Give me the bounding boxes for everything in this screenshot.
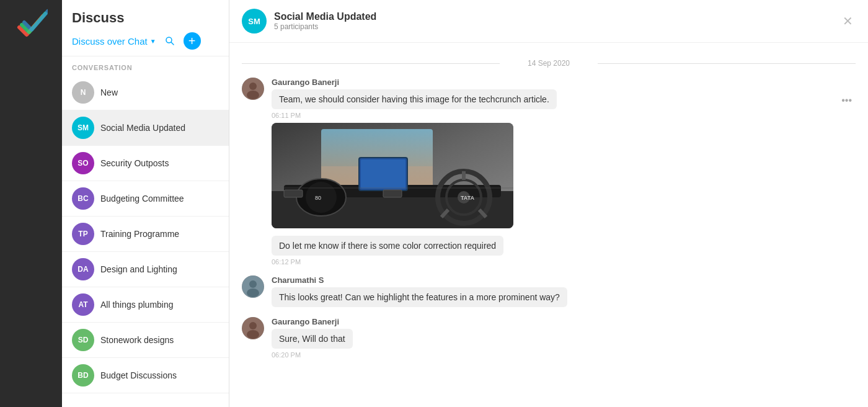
message-group: Gaurango Banerji Team, we should conside… [242,78,856,266]
app-logo-icon [14,9,48,42]
date-divider: 14 Sep 2020 [242,59,856,68]
conv-name: Social Media Updated [100,123,185,133]
chat-header-info: Social Media Updated 5 participants [274,11,833,31]
message-bubble: This looks great! Can we highlight the f… [272,287,567,307]
car-image-icon: TATA 80 [272,123,513,228]
svg-rect-24 [284,190,303,197]
discuss-label: Discuss over Chat [72,36,148,47]
conversation-item-bd[interactable]: BDBudget Discussions [62,358,229,393]
message-group: Charumathi S This looks great! Can we hi… [242,275,856,307]
message-second-bubble: Do let me know if there is some color co… [272,232,830,266]
message-actions: ••• [838,78,856,266]
more-options-button[interactable]: ••• [838,91,856,110]
svg-rect-13 [361,159,405,189]
conv-avatar: BD [72,364,94,387]
dropdown-caret-icon: ▼ [150,38,156,45]
svg-point-29 [247,288,259,297]
chat-messages: 14 Sep 2020 Gaurango Banerji Team, we sh… [229,43,868,407]
message-content: Gaurango Banerji Team, we should conside… [272,78,830,266]
message-bubble: Team, we should consider having this ima… [272,89,557,109]
svg-text:80: 80 [315,195,321,201]
conversation-item-new[interactable]: NNew [62,75,229,110]
conv-name: All things plumbing [100,300,174,310]
app-sidebar [0,0,62,407]
close-chat-button[interactable]: ✕ [840,11,856,31]
chat-header: SM Social Media Updated 5 participants ✕ [229,0,868,43]
sender-name: Gaurango Banerji [272,317,856,326]
conv-name: Design and Lighting [100,264,177,274]
message-content: Charumathi S This looks great! Can we hi… [272,275,856,307]
sender-avatar-icon [242,275,264,298]
conv-avatar: N [72,81,94,104]
sender-avatar-icon [242,78,264,100]
conv-avatar: BC [72,187,94,210]
chat-channel-name: Social Media Updated [274,11,833,22]
sender-name: Gaurango Banerji [272,78,830,87]
discuss-over-chat-button[interactable]: Discuss over Chat ▼ [72,36,156,47]
conv-name: Training Programme [100,229,179,239]
svg-point-28 [249,280,257,288]
conv-name: Budget Discussions [100,370,177,380]
avatar [242,78,264,100]
sender-name: Charumathi S [272,275,856,285]
svg-line-2 [171,42,174,45]
conversation-item-so[interactable]: SOSecurity Outposts [62,146,229,181]
svg-point-5 [247,91,259,99]
conv-avatar: TP [72,223,94,245]
conv-avatar: SD [72,329,94,351]
svg-rect-0 [14,9,48,42]
conv-avatar: AT [72,293,94,316]
message-bubble-2: Do let me know if there is some color co… [272,236,503,256]
svg-text:TATA: TATA [461,195,474,201]
conv-name: Security Outposts [100,158,169,168]
page-title: Discuss [72,10,219,26]
message-bubble: Sure, Will do that [272,329,353,349]
search-button[interactable] [161,32,179,50]
conv-header: Discuss Discuss over Chat ▼ + [62,0,229,56]
message-group: Gaurango Banerji Sure, Will do that 06:2… [242,317,856,359]
conversation-item-da[interactable]: DADesign and Lighting [62,252,229,287]
sender-avatar-icon [242,317,264,339]
conv-name: New [100,87,118,97]
conversation-section-label: CONVERSATION [62,56,229,75]
svg-point-4 [249,83,257,90]
conversation-panel: Discuss Discuss over Chat ▼ + CONVERSATI… [62,0,229,407]
conv-name: Budgeting Committee [100,194,184,204]
message-time: 06:11 PM [272,112,830,119]
message-content: Gaurango Banerji Sure, Will do that 06:2… [272,317,856,359]
conv-avatar: DA [72,258,94,280]
add-conversation-button[interactable]: + [184,32,201,50]
search-icon [165,36,175,46]
svg-point-31 [249,322,257,329]
chat-participants-count: 5 participants [274,22,833,31]
conversation-item-bc[interactable]: BCBudgeting Committee [62,181,229,217]
message-time: 06:20 PM [272,351,856,359]
conversation-list: NNewSMSocial Media UpdatedSOSecurity Out… [62,75,229,407]
message-image: TATA 80 [272,123,513,228]
chat-channel-avatar: SM [242,9,267,34]
conv-controls: Discuss over Chat ▼ + [72,32,219,50]
chat-area: SM Social Media Updated 5 participants ✕… [229,0,868,407]
avatar [242,317,264,339]
conv-avatar: SM [72,117,94,139]
svg-point-32 [247,330,259,339]
conversation-item-at[interactable]: ATAll things plumbing [62,287,229,323]
message-time-2: 06:12 PM [272,258,830,266]
conversation-item-tp[interactable]: TPTraining Programme [62,217,229,252]
svg-rect-25 [383,190,402,197]
conv-name: Stonework designs [100,335,174,345]
conv-avatar: SO [72,152,94,174]
conversation-item-sd[interactable]: SDStonework designs [62,323,229,358]
conversation-item-sm[interactable]: SMSocial Media Updated [62,110,229,146]
avatar [242,275,264,298]
